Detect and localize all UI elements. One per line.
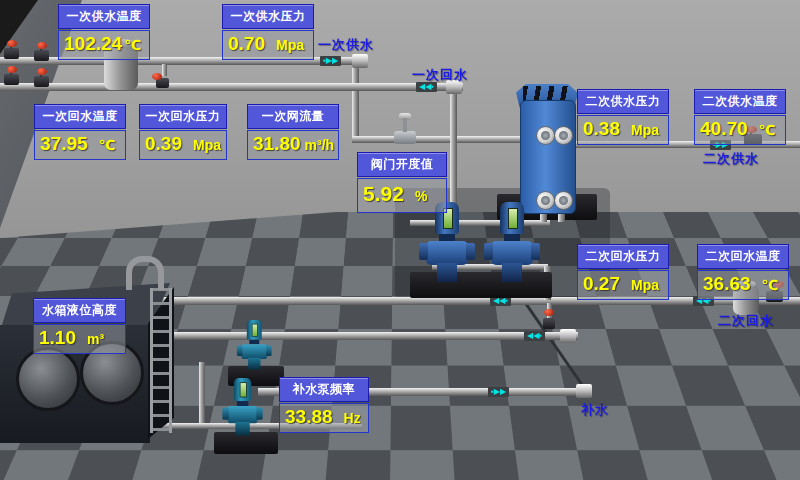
pipe-primary-supply-drop: [352, 62, 359, 140]
gauge-unit: ℃: [99, 134, 116, 156]
drain-valve-icon: [543, 318, 555, 329]
gauge-unit: Mpa: [193, 134, 221, 156]
gauge-label: 一次供水温度: [58, 4, 150, 29]
sensor-stub: [162, 64, 167, 76]
gauge-value-box: 36.63℃: [697, 270, 789, 300]
flow-right-icon: ▪▶▶: [320, 56, 341, 66]
gauge-label: 二次回水温度: [697, 244, 789, 269]
loop-pipe-left: [199, 362, 205, 428]
gauge-value: 0.27: [583, 273, 620, 295]
gauge-label: 补水泵频率: [279, 377, 369, 402]
shutoff-valve-icon: [4, 74, 19, 85]
gauge-primary-network-flow: 一次网流量 31.80m³/h: [247, 104, 339, 160]
hmi-heating-station-screen: ▪▶▶ ◀◀▪ ▪▶▶ ◀◀▪ ◀◀▪ ◀◀▪ ▪▶▶: [0, 0, 800, 480]
gauge-value-box: 40.70℃: [694, 115, 786, 145]
shutoff-valve-icon: [4, 48, 19, 59]
gauge-value: 37.95: [40, 133, 88, 155]
gauge-value-box: 1.10m³: [33, 324, 126, 354]
gauge-value-box: 0.70Mpa: [222, 30, 314, 60]
gauge-unit: Hz: [344, 407, 361, 429]
secondary-circulation-pump-1: [424, 202, 470, 282]
makeup-pump-1: [240, 320, 269, 370]
gauge-secondary-supply-temp: 二次供水温度 40.70℃: [694, 89, 786, 145]
hx-port: [554, 191, 573, 210]
pipe-label-primary-supply: 一次供水: [318, 36, 374, 54]
shutoff-valve-icon: [34, 76, 49, 87]
gauge-value-box: 0.39Mpa: [139, 130, 227, 160]
shutoff-valve-icon: [34, 50, 49, 61]
gauge-unit: ℃: [759, 119, 776, 141]
pipe-flange: [352, 54, 368, 68]
gauge-label: 一次网流量: [247, 104, 339, 129]
gauge-unit: ℃: [124, 34, 141, 56]
gauge-label: 一次回水温度: [34, 104, 126, 129]
flow-left-icon: ◀◀▪: [524, 331, 545, 341]
gauge-value: 1.10: [39, 327, 76, 349]
gauge-unit: Mpa: [276, 34, 304, 56]
pipe-label-makeup-water: 补水: [581, 401, 609, 419]
gauge-value: 5.92: [363, 181, 404, 206]
pipe-label-secondary-return: 二次回水: [718, 312, 774, 330]
plate-heat-exchanger: [516, 84, 578, 216]
gauge-value-box: 102.24℃: [58, 30, 150, 60]
gauge-unit: Mpa: [631, 274, 659, 296]
gauge-label: 阀门开度值: [357, 152, 447, 177]
tank-hatch: [16, 347, 80, 411]
control-valve-icon: [394, 131, 416, 144]
gauge-primary-return-temp: 一次回水温度 37.95℃: [34, 104, 126, 160]
gauge-value-box: 0.38Mpa: [577, 115, 669, 145]
pipe-tank-outlet: [148, 332, 578, 340]
pipe-flange: [576, 384, 592, 398]
hx-port: [536, 126, 555, 145]
gauge-value-box: 5.92%: [357, 178, 447, 213]
secondary-circulation-pump-2: [489, 202, 535, 282]
flow-right-icon: ▪▶▶: [488, 387, 509, 397]
tank-ladder: [150, 288, 172, 433]
gauge-value: 40.70: [700, 118, 748, 140]
gauge-label: 二次供水温度: [694, 89, 786, 114]
pipe-flange: [560, 329, 576, 343]
gauge-unit: ℃: [762, 274, 779, 296]
pipe-label-primary-return: 一次回水: [412, 66, 468, 84]
gauge-value-box: 0.27Mpa: [577, 270, 669, 300]
hx-port: [536, 191, 555, 210]
gauge-value: 102.24: [64, 33, 122, 55]
gauge-unit: Mpa: [631, 119, 659, 141]
gauge-valve-opening: 阀门开度值 5.92%: [357, 152, 447, 213]
gauge-tank-level: 水箱液位高度 1.10m³: [33, 298, 126, 354]
gauge-label: 一次回水压力: [139, 104, 227, 129]
pipe-primary-return: [0, 83, 463, 91]
small-valve-icon: [156, 78, 169, 88]
gauge-makeup-pump-frequency: 补水泵频率 33.88Hz: [279, 377, 369, 433]
gauge-value: 0.39: [145, 133, 182, 155]
gauge-label: 水箱液位高度: [33, 298, 126, 323]
gauge-value-box: 37.95℃: [34, 130, 126, 160]
gauge-secondary-return-temp: 二次回水温度 36.63℃: [697, 244, 789, 300]
gauge-primary-supply-pressure: 一次供水压力 0.70Mpa: [222, 4, 314, 60]
gauge-value: 33.88: [285, 406, 333, 428]
gauge-secondary-return-pressure: 二次回水压力 0.27Mpa: [577, 244, 669, 300]
gauge-value: 0.70: [228, 33, 265, 55]
gauge-unit: %: [415, 184, 427, 209]
gauge-unit: m³/h: [305, 134, 335, 156]
gauge-value-box: 31.80m³/h: [247, 130, 339, 160]
tank-inlet-gooseneck: [126, 256, 164, 290]
gauge-label: 二次供水压力: [577, 89, 669, 114]
gauge-secondary-supply-pressure: 二次供水压力 0.38Mpa: [577, 89, 669, 145]
gauge-primary-return-pressure: 一次回水压力 0.39Mpa: [139, 104, 227, 160]
gauge-unit: m³: [87, 328, 104, 350]
gauge-value: 31.80: [253, 133, 301, 155]
gauge-value-box: 33.88Hz: [279, 403, 369, 433]
pipe-label-secondary-supply: 二次供水: [703, 150, 759, 168]
makeup-pump-2: [226, 378, 259, 436]
gauge-primary-supply-temp: 一次供水温度 102.24℃: [58, 4, 150, 60]
gauge-label: 一次供水压力: [222, 4, 314, 29]
gauge-value: 36.63: [703, 273, 751, 295]
gauge-label: 二次回水压力: [577, 244, 669, 269]
gauge-value: 0.38: [583, 118, 620, 140]
hx-port: [554, 126, 573, 145]
